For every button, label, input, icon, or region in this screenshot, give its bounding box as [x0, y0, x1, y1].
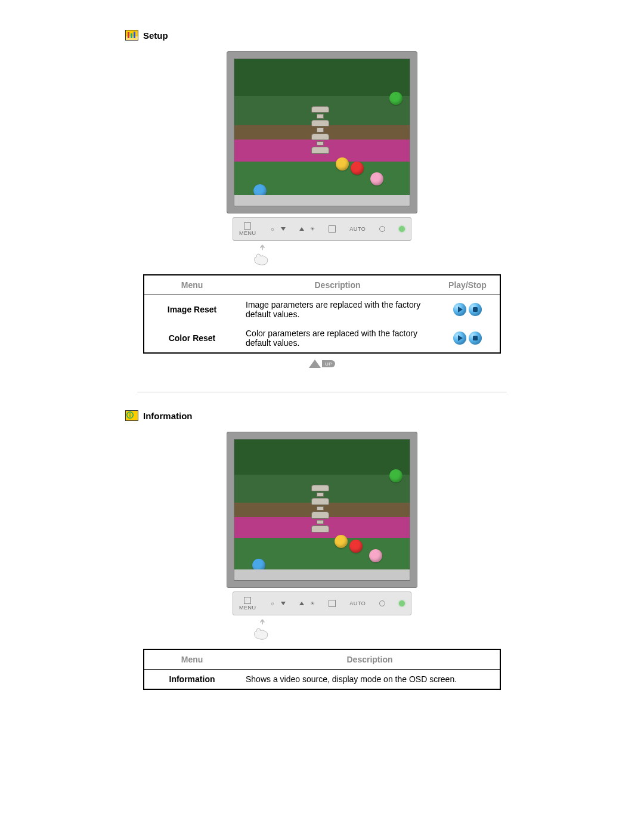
ground-bar	[234, 195, 410, 206]
row-description: Color parameters are replaced with the f…	[240, 324, 435, 353]
stop-icon	[473, 307, 478, 312]
section-divider	[137, 392, 507, 392]
brightness-icon: ☼	[270, 600, 275, 606]
brightness-icon: ☼	[270, 226, 275, 232]
up-arrow-icon	[309, 360, 321, 368]
play-icon	[458, 306, 463, 312]
table-row: Color Reset Color parameters are replace…	[144, 324, 500, 353]
play-button[interactable]	[453, 332, 466, 345]
monitor-bezel	[227, 51, 417, 213]
menu-button-group: MENU	[239, 597, 256, 611]
setup-section-icon	[125, 30, 138, 41]
information-section-icon	[125, 410, 138, 421]
svg-rect-2	[134, 32, 135, 38]
row-playstop	[435, 324, 500, 353]
auto-label: AUTO	[349, 600, 366, 606]
section-title: Information	[143, 411, 193, 421]
col-header-playstop: Play/Stop	[435, 275, 500, 295]
row-menu-label: Color Reset	[144, 324, 240, 353]
play-button[interactable]	[453, 303, 466, 316]
monitor-controls: MENU ☼ ☀ AUTO	[227, 588, 417, 640]
down-arrow-icon	[281, 227, 286, 231]
up-arrow-icon	[299, 227, 304, 231]
monitor-button-panel: MENU ☼ ☀ AUTO	[233, 217, 411, 241]
table-row: Information Shows a video source, displa…	[144, 670, 500, 690]
stop-button[interactable]	[469, 332, 482, 345]
sun-icon: ☀	[310, 226, 315, 232]
monitor-bezel	[227, 432, 417, 588]
pagoda-icon	[311, 106, 329, 154]
menu-icon	[244, 222, 251, 230]
monitor-screen	[234, 58, 410, 206]
sun-icon: ☀	[310, 600, 315, 606]
section-header-setup: Setup	[125, 30, 644, 41]
lantern-icon	[336, 157, 349, 171]
pagoda-icon	[311, 485, 329, 532]
back-to-top-link[interactable]: UP	[0, 360, 644, 368]
power-button-icon	[379, 226, 385, 232]
row-description: Shows a video source, display mode on th…	[240, 670, 500, 690]
lantern-icon	[349, 540, 363, 553]
down-arrow-icon	[281, 602, 286, 605]
power-led-icon	[399, 600, 405, 606]
row-menu-label: Image Reset	[144, 295, 240, 324]
svg-rect-5	[129, 414, 130, 417]
col-header-description: Description	[240, 649, 500, 670]
row-menu-label: Information	[144, 670, 240, 690]
section-header-information: Information	[125, 410, 644, 421]
col-header-menu: Menu	[144, 649, 240, 670]
lantern-icon	[389, 92, 402, 105]
lantern-icon	[369, 549, 382, 562]
row-description: Image parameters are replaced with the f…	[240, 295, 435, 324]
source-icon	[329, 225, 336, 233]
lantern-icon	[351, 162, 364, 175]
lantern-icon	[389, 469, 402, 482]
svg-rect-1	[131, 33, 132, 38]
menu-label: MENU	[239, 230, 256, 236]
monitor-screen	[234, 439, 410, 581]
adjust-group-1: ☼	[270, 226, 286, 232]
document-page: Setup	[0, 0, 644, 833]
source-icon	[329, 600, 336, 607]
information-table: Menu Description Information Shows a vid…	[143, 649, 501, 690]
power-button-icon	[379, 600, 385, 606]
menu-icon	[244, 597, 251, 604]
monitor-illustration-setup: MENU ☼ ☀ AUTO	[227, 51, 417, 266]
auto-label: AUTO	[349, 226, 366, 232]
stop-icon	[473, 336, 478, 340]
pointer-hand-icon	[227, 242, 417, 266]
ground-bar	[234, 569, 410, 580]
table-header-row: Menu Description Play/Stop	[144, 275, 500, 295]
monitor-controls: MENU ☼ ☀ AUTO	[227, 213, 417, 266]
monitor-button-panel: MENU ☼ ☀ AUTO	[233, 592, 411, 615]
svg-rect-0	[128, 32, 129, 38]
menu-button-group: MENU	[239, 222, 256, 236]
power-led-icon	[399, 226, 405, 232]
setup-table: Menu Description Play/Stop Image Reset I…	[143, 274, 501, 354]
stop-button[interactable]	[469, 303, 482, 316]
up-label: UP	[322, 360, 335, 367]
col-header-menu: Menu	[144, 275, 240, 295]
lantern-icon	[370, 172, 383, 185]
menu-label: MENU	[239, 605, 256, 611]
pointer-hand-icon	[227, 617, 417, 640]
col-header-description: Description	[240, 275, 435, 295]
section-title: Setup	[143, 30, 168, 41]
adjust-group-2: ☀	[299, 600, 315, 606]
table-header-row: Menu Description	[144, 649, 500, 670]
adjust-group-1: ☼	[270, 600, 286, 606]
up-arrow-icon	[299, 602, 304, 605]
lantern-icon	[335, 535, 348, 548]
adjust-group-2: ☀	[299, 226, 315, 232]
table-row: Image Reset Image parameters are replace…	[144, 295, 500, 324]
monitor-illustration-information: MENU ☼ ☀ AUTO	[227, 432, 417, 640]
row-playstop	[435, 295, 500, 324]
play-icon	[458, 335, 463, 341]
svg-point-4	[129, 413, 131, 414]
